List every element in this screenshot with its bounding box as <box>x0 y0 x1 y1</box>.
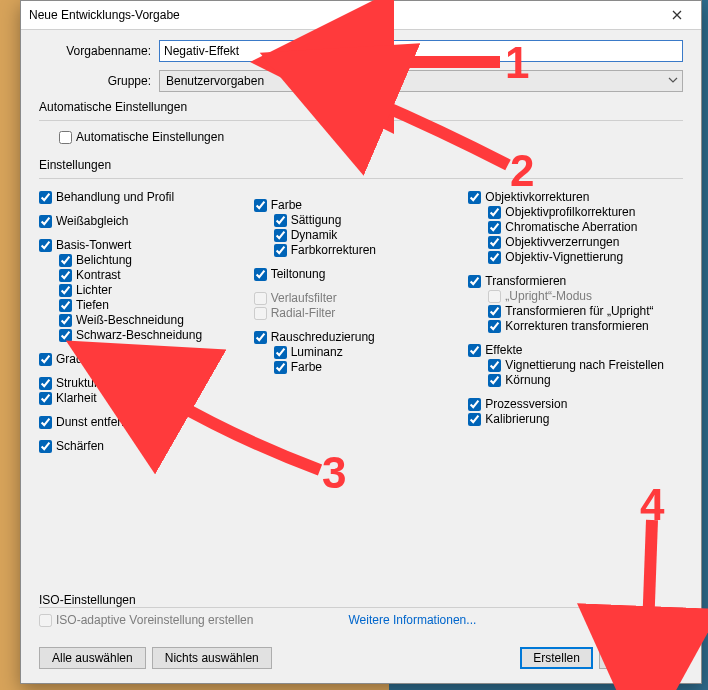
cb-transform-corr[interactable]: Korrekturen transformieren <box>488 319 683 333</box>
cb-highlights[interactable]: Lichter <box>59 283 254 297</box>
dialog-footer: Alle auswählen Nichts auswählen Erstelle… <box>39 647 683 669</box>
cb-structure[interactable]: Struktur <box>39 376 254 390</box>
cb-grain[interactable]: Körnung <box>488 373 683 387</box>
cb-whitebalance[interactable]: Weißabgleich <box>39 214 254 228</box>
dialog-frame: Neue Entwicklungs-Vorgabe Vorgabenname: … <box>20 0 702 684</box>
link-more-info[interactable]: Weitere Informationen... <box>348 613 476 627</box>
cb-effects[interactable]: Effekte <box>468 343 683 357</box>
cb-distortion[interactable]: Objektivverzerrungen <box>488 235 683 249</box>
cb-calibration[interactable]: Kalibrierung <box>468 412 683 426</box>
cb-post-vignette[interactable]: Vignettierung nach Freistellen <box>488 358 683 372</box>
cb-color[interactable]: Farbe <box>254 198 469 212</box>
preset-name-input[interactable] <box>159 40 683 62</box>
label-preset-name: Vorgabenname: <box>39 44 159 58</box>
cb-upright-transform[interactable]: Transformieren für „Upright“ <box>488 304 683 318</box>
group-selected: Benutzervorgaben <box>166 74 264 88</box>
settings-columns: Behandlung und Profil Weißabgleich Basis… <box>39 189 683 454</box>
cb-split-toning[interactable]: Teiltonung <box>254 267 469 281</box>
cb-lens-vignetting[interactable]: Objektiv-Vignettierung <box>488 250 683 264</box>
cb-lens-profile[interactable]: Objektivprofilkorrekturen <box>488 205 683 219</box>
cb-saturation[interactable]: Sättigung <box>274 213 469 227</box>
cancel-button[interactable]: Abbrechen <box>599 647 683 669</box>
group-settings: Einstellungen Behandlung und Profil Weiß… <box>39 158 683 454</box>
cb-lens[interactable]: Objektivkorrekturen <box>468 190 683 204</box>
cb-black-clip[interactable]: Schwarz-Beschneidung <box>59 328 254 342</box>
group-dropdown[interactable]: Benutzervorgaben <box>159 70 683 92</box>
screenshot-root: Neue Entwicklungs-Vorgabe Vorgabenname: … <box>0 0 708 690</box>
close-icon <box>672 10 682 20</box>
cb-noise-color[interactable]: Farbe <box>274 360 469 374</box>
cb-tone-curve[interactable]: Gradationskurve <box>39 352 254 366</box>
cb-upright-mode[interactable]: „Upright“-Modus <box>488 289 683 303</box>
cb-sharpen[interactable]: Schärfen <box>39 439 254 453</box>
settings-header: Einstellungen <box>39 158 683 172</box>
cb-transform[interactable]: Transformieren <box>468 274 683 288</box>
cb-color-corr[interactable]: Farbkorrekturen <box>274 243 469 257</box>
col-3: Objektivkorrekturen Objektivprofilkorrek… <box>468 189 683 454</box>
cb-grad-filter[interactable]: Verlaufsfilter <box>254 291 469 305</box>
create-button[interactable]: Erstellen <box>520 647 593 669</box>
cb-dehaze[interactable]: Dunst entfernen <box>39 415 254 429</box>
cb-exposure[interactable]: Belichtung <box>59 253 254 267</box>
cb-radial-filter[interactable]: Radial-Filter <box>254 306 469 320</box>
cb-iso-adaptive[interactable]: ISO-adaptive Voreinstellung erstellen <box>39 613 253 627</box>
label-group: Gruppe: <box>39 74 159 88</box>
row-preset-name: Vorgabenname: <box>39 40 683 62</box>
cb-white-clip[interactable]: Weiß-Beschneidung <box>59 313 254 327</box>
close-button[interactable] <box>657 4 697 26</box>
col-1: Behandlung und Profil Weißabgleich Basis… <box>39 189 254 454</box>
row-group: Gruppe: Benutzervorgaben <box>39 70 683 92</box>
cb-auto-settings[interactable]: Automatische Einstellungen <box>59 130 683 144</box>
cb-luminance[interactable]: Luminanz <box>274 345 469 359</box>
dialog-title: Neue Entwicklungs-Vorgabe <box>29 8 657 22</box>
titlebar: Neue Entwicklungs-Vorgabe <box>21 1 701 30</box>
iso-header: ISO-Einstellungen <box>39 593 683 607</box>
scrollbar[interactable] <box>683 31 699 681</box>
cb-dynamics[interactable]: Dynamik <box>274 228 469 242</box>
group-auto: Automatische Einstellungen Automatische … <box>39 100 683 144</box>
dialog-body: Vorgabenname: Gruppe: Benutzervorgaben A… <box>21 30 701 466</box>
cb-process-version[interactable]: Prozessversion <box>468 397 683 411</box>
select-none-button[interactable]: Nichts auswählen <box>152 647 272 669</box>
cb-chrom-aberration[interactable]: Chromatische Aberration <box>488 220 683 234</box>
auto-header: Automatische Einstellungen <box>39 100 683 114</box>
cb-noise[interactable]: Rauschreduzierung <box>254 330 469 344</box>
cb-shadows[interactable]: Tiefen <box>59 298 254 312</box>
chevron-down-icon <box>668 75 678 85</box>
cb-basic-tone[interactable]: Basis-Tonwert <box>39 238 254 252</box>
cb-clarity[interactable]: Klarheit <box>39 391 254 405</box>
select-all-button[interactable]: Alle auswählen <box>39 647 146 669</box>
col-2: Farbe Sättigung Dynamik Farbkorrekturen … <box>254 189 469 454</box>
cb-treatment-profile[interactable]: Behandlung und Profil <box>39 190 254 204</box>
group-iso: ISO-Einstellungen ISO-adaptive Voreinste… <box>39 593 683 628</box>
cb-contrast[interactable]: Kontrast <box>59 268 254 282</box>
